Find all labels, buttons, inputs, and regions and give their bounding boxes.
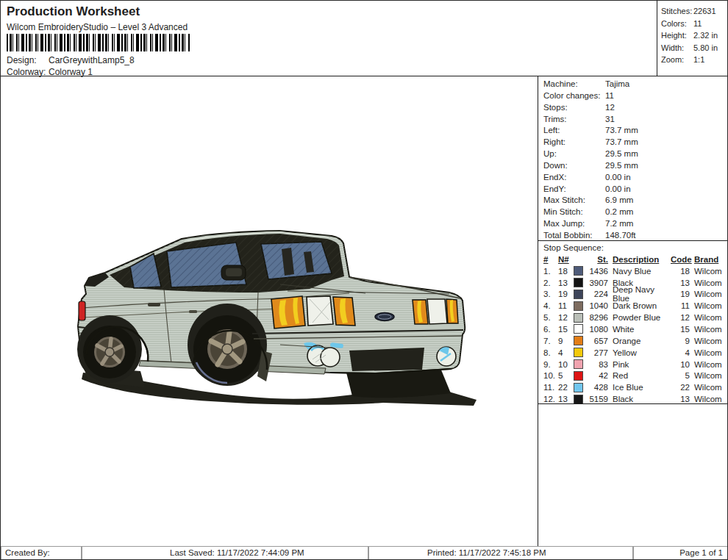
color-swatch bbox=[574, 371, 583, 381]
summary-value: 22631 bbox=[693, 5, 716, 18]
machine-value: 0.00 in bbox=[605, 184, 631, 195]
summary-label: Zoom: bbox=[661, 54, 693, 66]
machine-value: 73.7 mm bbox=[605, 137, 638, 148]
summary-label: Stitches: bbox=[661, 5, 693, 18]
page-title: Production Worksheet bbox=[7, 4, 140, 19]
machine-label: Max Stitch: bbox=[543, 195, 605, 207]
machine-value: 7.2 mm bbox=[605, 218, 633, 230]
machine-label: EndX: bbox=[543, 172, 605, 184]
side-mirror bbox=[221, 265, 246, 280]
headlight-left bbox=[271, 296, 355, 329]
colorway-value: Colorway 1 bbox=[49, 66, 93, 78]
machine-label: EndY: bbox=[543, 184, 605, 195]
machine-value: Tajima bbox=[605, 79, 629, 90]
summary-row: Colors:11 bbox=[661, 18, 728, 30]
machine-label: Color changes: bbox=[543, 90, 605, 102]
design-value: CarGreywithLamp5_8 bbox=[49, 54, 135, 66]
machine-label: Min Stitch: bbox=[543, 207, 605, 218]
colorway-row: Colorway: Colorway 1 bbox=[7, 66, 93, 78]
machine-value: 29.5 mm bbox=[605, 148, 638, 160]
air-dam bbox=[349, 348, 424, 371]
barcode bbox=[7, 34, 190, 51]
color-swatch bbox=[574, 383, 583, 392]
last-saved-text: Last Saved: 11/17/2022 7:44:09 PM bbox=[170, 548, 304, 557]
color-swatch bbox=[574, 395, 583, 404]
color-swatch bbox=[574, 359, 583, 369]
table-row: 6.151080White15Wilcom bbox=[543, 323, 727, 335]
machine-value: 31 bbox=[605, 114, 615, 126]
table-row: 5.128296Powder Blue12Wilcom bbox=[543, 312, 727, 323]
summary-row: Zoom:1:1 bbox=[661, 54, 728, 66]
machine-label: Left: bbox=[543, 125, 605, 137]
table-row: 8.4277Yellow4Wilcom bbox=[543, 347, 727, 359]
color-swatch bbox=[574, 266, 583, 276]
color-swatch bbox=[574, 348, 583, 357]
fog-light-right bbox=[437, 347, 456, 366]
design-label: Design: bbox=[7, 54, 49, 66]
machine-label: Stops: bbox=[543, 102, 605, 114]
software-subtitle: Wilcom EmbroideryStudio – Level 3 Advanc… bbox=[7, 22, 188, 32]
machine-panel: Machine:Tajima Color changes:11 Stops:12… bbox=[538, 76, 728, 546]
colorway-label: Colorway: bbox=[7, 66, 49, 78]
summary-label: Colors: bbox=[661, 18, 693, 30]
machine-value: 0.2 mm bbox=[605, 207, 633, 218]
summary-value: 2.32 in bbox=[693, 29, 718, 42]
machine-label: Machine: bbox=[543, 79, 605, 90]
design-row: Design: CarGreywithLamp5_8 bbox=[7, 54, 135, 66]
table-row: 1.181436Navy Blue18Wilcom bbox=[543, 265, 727, 277]
machine-info: Machine:Tajima Color changes:11 Stops:12… bbox=[543, 79, 727, 242]
table-row: 9.1083Pink10Wilcom bbox=[543, 359, 727, 370]
table-row: 4.111040Dark Brown11Wilcom bbox=[543, 300, 727, 312]
stop-sequence-table: # N# St. Description Code Brand 1.181436… bbox=[543, 254, 727, 405]
summary-label: Height: bbox=[661, 29, 693, 42]
created-by-label: Created By: bbox=[5, 548, 50, 557]
production-worksheet-page: Production Worksheet Wilcom EmbroiderySt… bbox=[0, 0, 728, 560]
stop-sequence-title: Stop Sequence: bbox=[543, 242, 604, 254]
door-handle bbox=[148, 303, 160, 306]
summary-row: Width:5.80 in bbox=[661, 42, 728, 54]
machine-value: 0.00 in bbox=[605, 172, 631, 184]
stop-sequence-header: # N# St. Description Code Brand bbox=[543, 254, 727, 265]
separator bbox=[538, 403, 728, 404]
greenhouse bbox=[110, 232, 344, 292]
table-row: 3.19224Deep Navy Blue19Wilcom bbox=[543, 289, 727, 301]
table-row: 7.9657Orange9Wilcom bbox=[543, 335, 727, 347]
machine-value: 73.7 mm bbox=[605, 125, 638, 137]
machine-label: Max Jump: bbox=[543, 218, 605, 230]
design-summary-box: Stitches:22631 Colors:11 Height:2.32 in … bbox=[657, 1, 728, 76]
summary-value: 1:1 bbox=[693, 54, 704, 66]
summary-row: Stitches:22631 bbox=[661, 5, 728, 18]
table-row: 11.22428Ice Blue22Wilcom bbox=[543, 381, 727, 393]
color-swatch bbox=[574, 313, 583, 323]
summary-value: 5.80 in bbox=[693, 42, 718, 54]
summary-row: Height:2.32 in bbox=[661, 29, 728, 42]
separator bbox=[538, 240, 728, 241]
table-row: 10.542Red5Wilcom bbox=[543, 370, 727, 381]
machine-value: 6.9 mm bbox=[605, 195, 633, 207]
color-swatch bbox=[574, 324, 583, 334]
machine-value: 12 bbox=[605, 102, 615, 114]
summary-label: Width: bbox=[661, 42, 693, 54]
machine-value: 11 bbox=[605, 90, 614, 102]
machine-label: Right: bbox=[543, 137, 605, 148]
color-swatch bbox=[574, 301, 583, 311]
tail-light bbox=[79, 301, 85, 320]
printed-text: Printed: 11/17/2022 7:45:18 PM bbox=[427, 548, 546, 557]
color-swatch bbox=[574, 290, 583, 299]
machine-label: Trims: bbox=[543, 114, 605, 126]
machine-value: 29.5 mm bbox=[605, 160, 638, 172]
summary-value: 11 bbox=[693, 18, 702, 30]
page-number: Page 1 of 1 bbox=[679, 548, 723, 557]
ford-badge bbox=[375, 313, 394, 321]
color-swatch bbox=[574, 336, 583, 345]
design-artwork-car bbox=[38, 221, 479, 409]
machine-label: Down: bbox=[543, 160, 605, 172]
headlight-right bbox=[413, 299, 458, 324]
color-swatch bbox=[574, 278, 583, 287]
machine-label: Up: bbox=[543, 148, 605, 160]
